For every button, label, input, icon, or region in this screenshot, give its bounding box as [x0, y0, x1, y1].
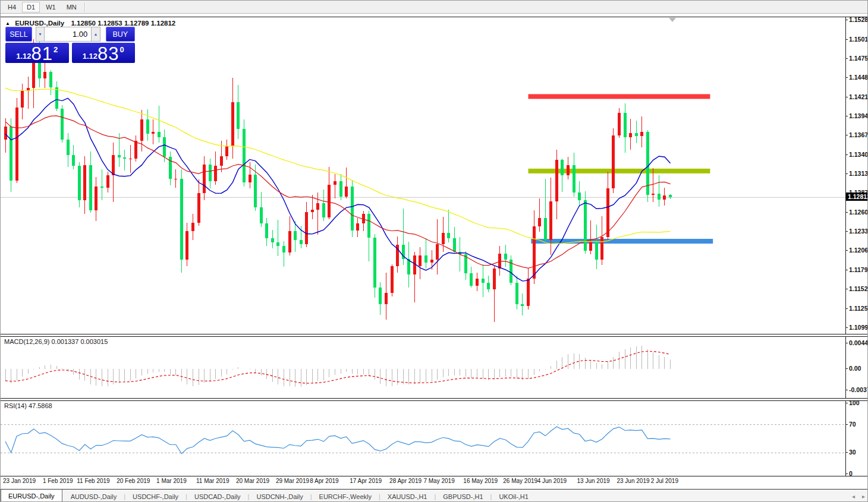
rsi-axis-label: 0: [849, 470, 853, 477]
tab-scroll-controls: ◂ ▸: [852, 490, 865, 502]
buy-price-big: 83: [98, 45, 119, 62]
time-axis-label: 23 Jun 2019: [617, 478, 649, 484]
price-axis-label: 1.13675: [849, 131, 868, 138]
timeframe-buttons: H4D1W1MN: [2, 2, 82, 12]
plot-right-border: [845, 401, 846, 476]
macd-panel[interactable]: MACD(12,26,9) 0.001337 0.003015: [1, 336, 868, 399]
axis-tick: [845, 135, 848, 135]
time-axis-label: 11 Mar 2019: [196, 478, 229, 484]
volume-increase-button[interactable]: ▲: [91, 27, 100, 42]
axis-tick: [845, 58, 848, 59]
spin-down-icon: ▼: [38, 32, 42, 36]
axis-tick: [845, 368, 848, 369]
sell-price-big: 81: [32, 45, 53, 62]
price-axis-label: 1.11525: [849, 285, 868, 292]
hline-support-blue: [531, 239, 713, 244]
axis-tick: [845, 343, 848, 343]
time-axis-label: 16 May 2019: [463, 478, 498, 484]
axis-tick: [845, 154, 848, 155]
timeframe-button-w1[interactable]: W1: [41, 2, 61, 12]
hline-resistance-red: [529, 94, 710, 99]
chart-tab-eurchf-weekly[interactable]: EURCHF-,Weekly: [312, 490, 379, 502]
axis-tick: [845, 289, 848, 289]
volume-input[interactable]: [45, 27, 91, 42]
time-axis-label: 7 May 2019: [423, 478, 454, 484]
chart-tabs: EURUSD-,DailyAUDUSD-,Daily|USDCHF-,Daily…: [1, 490, 536, 502]
macd-axis-label: 0.004465: [849, 339, 868, 346]
price-axis-label: 1.12330: [849, 228, 868, 235]
candlestick-chart[interactable]: [1, 17, 845, 334]
chart-tab-ukoil-h1[interactable]: UKOil-,H1: [492, 490, 536, 502]
price-axis-label: 1.15015: [849, 36, 868, 43]
time-axis-label: 1 Feb 2019: [43, 478, 73, 484]
rsi-axis-label: 70: [849, 421, 856, 428]
plot-right-border: [845, 17, 846, 334]
price-axis-label: 1.10990: [849, 324, 868, 331]
axis-tick: [845, 403, 848, 403]
time-axis-label: 23 Jan 2019: [3, 478, 36, 484]
rsi-line: [5, 427, 671, 453]
sell-price-prefix: 1.12: [16, 52, 31, 61]
time-axis-label: 13 Jun 2019: [577, 478, 610, 484]
axis-tick: [845, 231, 848, 232]
sell-price-sup: 2: [54, 45, 58, 54]
chart-header: ▲ EURUSD-,Daily 1.12850 1.12853 1.12789 …: [5, 20, 175, 27]
price-axis-label: 1.13405: [849, 151, 868, 158]
price-axis-label: 1.11795: [849, 266, 868, 273]
ohlc-values: 1.12850 1.12853 1.12789 1.12812: [71, 20, 175, 27]
sell-button[interactable]: SELL: [5, 27, 32, 42]
time-axis-label: 2 Jul 2019: [651, 478, 678, 484]
rsi-axis-label: 30: [849, 449, 856, 456]
collapse-one-click-icon[interactable]: ▲: [5, 21, 10, 26]
rsi-axis-label: 100: [849, 399, 860, 406]
tab-scroll-left-icon[interactable]: ◂: [852, 493, 855, 500]
axis-tick: [845, 173, 848, 174]
buy-button[interactable]: BUY: [106, 27, 135, 42]
tab-scroll-right-icon[interactable]: ▸: [862, 493, 865, 500]
time-axis-label: 26 May 2019: [503, 478, 537, 484]
macd-label: MACD(12,26,9) 0.001337 0.003015: [4, 338, 108, 345]
timeframe-button-mn[interactable]: MN: [62, 2, 81, 12]
time-axis-label: 17 Apr 2019: [350, 478, 382, 484]
timeframe-toolbar: H4D1W1MN: [1, 1, 868, 14]
one-click-trading-panel: SELL ▼ ▲ BUY 1.12812 1.12830: [5, 27, 135, 63]
axis-tick: [845, 270, 848, 270]
macd-axis-label: 0.00: [849, 365, 861, 372]
price-axis-label: 1.12600: [849, 209, 868, 216]
macd-chart[interactable]: [1, 337, 845, 398]
macd-axis-label: -0.003715: [849, 386, 868, 393]
toolbar-separator: [84, 2, 86, 12]
candles-group: [4, 30, 672, 322]
chart-tab-usdcad-daily[interactable]: USDCAD-,Daily: [187, 490, 248, 502]
current-price-tag: 1.12812: [846, 192, 868, 201]
timeframe-button-h4[interactable]: H4: [3, 2, 21, 12]
price-axis-label: 1.13945: [849, 112, 868, 119]
axis-tick: [845, 77, 848, 78]
time-axis-label: 4 Jun 2019: [537, 478, 567, 484]
price-axis-label: 1.11255: [849, 305, 868, 312]
chart-tab-usdchf-daily[interactable]: USDCHF-,Daily: [125, 490, 185, 502]
sell-price-panel[interactable]: 1.12812: [5, 43, 69, 63]
price-axis-label: 1.13135: [849, 170, 868, 177]
chart-tab-bar: EURUSD-,DailyAUDUSD-,Daily|USDCHF-,Daily…: [1, 489, 868, 502]
axis-tick: [845, 424, 848, 425]
buy-price-panel[interactable]: 1.12830: [72, 43, 136, 63]
time-axis-label: 20 Mar 2019: [236, 478, 269, 484]
main-chart-panel[interactable]: ▲ EURUSD-,Daily 1.12850 1.12853 1.12789 …: [1, 17, 868, 334]
chart-tab-usdcnh-daily[interactable]: USDCNH-,Daily: [249, 490, 310, 502]
axis-tick: [845, 20, 848, 20]
timeframe-button-d1[interactable]: D1: [22, 2, 40, 12]
rsi-chart[interactable]: [1, 401, 845, 476]
rsi-panel[interactable]: RSI(14) 47.5868: [1, 400, 868, 476]
time-axis-label: 1 Mar 2019: [156, 478, 187, 484]
chart-tab-xauusd-h1[interactable]: XAUUSD-,H1: [380, 490, 435, 502]
macd-histogram: [5, 346, 671, 387]
buy-price-prefix: 1.12: [83, 52, 98, 61]
macd-signal-line: [5, 351, 671, 383]
chart-shift-marker-icon[interactable]: [669, 18, 676, 22]
chart-tab-gbpusd-h1[interactable]: GBPUSD-,H1: [436, 490, 490, 502]
volume-decrease-button[interactable]: ▼: [36, 27, 45, 42]
chart-tab-audusd-daily[interactable]: AUDUSD-,Daily: [64, 490, 124, 502]
chart-tab-eurusd-daily[interactable]: EURUSD-,Daily: [1, 490, 62, 502]
plot-right-border: [845, 337, 846, 398]
